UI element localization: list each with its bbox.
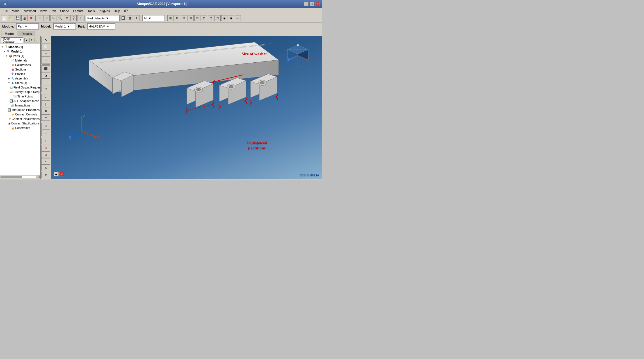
tree-item-calibrations[interactable]: ⚙ Calibrations [1,63,40,67]
tree-info-btn[interactable]: 💡 [35,38,39,42]
model-db-dropdown[interactable]: Model Database ▼ [1,37,23,43]
render-dropdown[interactable]: Part defaults ▼ [86,15,120,21]
render-btn1[interactable]: 🔲 [120,15,126,21]
menu-help[interactable]: Help [112,9,122,13]
render-btn2[interactable]: ▦ [127,15,133,21]
tool8[interactable]: ◻ [214,15,221,21]
tool7[interactable]: ◻ [208,15,214,21]
undo-btn[interactable]: ↩ [44,15,50,21]
tool6[interactable]: ◻ [201,15,207,21]
menu-shape[interactable]: Shape [58,9,71,13]
tool-chamfer[interactable]: ◻ [41,86,50,92]
tree-item-parts[interactable]: ▼ 📦 Parts (1) [1,54,40,58]
tool9[interactable]: ◉ [221,15,227,21]
tool-datum-point[interactable]: + [41,94,50,101]
tree-item-interaction-props[interactable]: 🔲 Interaction Properties [1,108,40,112]
minimize-btn[interactable]: ─ [304,2,309,6]
tab-model[interactable]: Model [1,31,17,36]
viewport[interactable]: Y X Z Y X [51,36,322,179]
tree-item-steps[interactable]: ▼ ◆ Steps (1) [1,81,40,85]
tree-item-contact-controls[interactable]: ⚡ Contact Controls [1,112,40,117]
tree-scroll-right[interactable]: ▶ [37,176,40,178]
tool-extrude[interactable]: ⬛ [41,65,50,72]
tree-item-field-output[interactable]: 📊 Field Output Requests [1,85,40,90]
menu-tools[interactable]: Tools [86,9,97,13]
tool-misc2[interactable]: ⊗ [41,172,50,178]
label-assembly: Assembly [15,77,28,80]
tool-verify-mesh[interactable]: ✓ [41,158,50,165]
tree-item-history-output[interactable]: 📈 History Output Requests [1,90,40,94]
tool-misc1[interactable]: ⊕ [41,165,50,171]
tool10[interactable]: ◉ [228,15,234,21]
print-btn[interactable]: 🖨 [21,15,28,21]
arrow-btn[interactable]: ↑ [77,15,83,21]
save-btn[interactable]: 💾 [15,15,21,21]
redo2-btn[interactable]: ↪ [50,15,56,21]
system-menu-btn[interactable]: 🖥 [2,2,8,6]
tool-partition-face[interactable]: ⬡ [41,123,50,129]
tree-item-profiles[interactable]: ✛ Profiles [1,72,40,76]
tree-item-models[interactable]: ▼ 🗄 Models (1) [1,45,40,49]
new-btn[interactable]: 📄 [1,15,7,21]
tree-item-time-points[interactable]: 📉 Time Points [1,94,40,99]
menu-view[interactable]: View [38,9,48,13]
tree-item-contact-stab[interactable]: ◉ Contact Stabilizations [1,121,40,126]
menu-feature[interactable]: Feature [71,9,85,13]
tree-item-ale[interactable]: 🔲 ALE Adaptive Mesh Const [1,99,40,103]
tree-item-assembly[interactable]: ▶ 🔧 Assembly [1,76,40,81]
part-select[interactable]: HALFBEAM ▼ [87,23,115,29]
vp-x-btn[interactable]: ✕ [59,172,64,176]
tool-fillet[interactable]: ⌒ [41,79,50,85]
tool-select[interactable]: ↖ [41,37,50,43]
menu-file[interactable]: File [1,9,10,13]
all-dropdown[interactable]: All ▼ [142,15,165,21]
tool-datum-plane[interactable]: ▦ [41,108,50,114]
svg-text:X: X [307,58,309,61]
module-select[interactable]: Part ▼ [16,23,39,29]
tool-partition-cell[interactable]: ⬡ [41,129,50,136]
tool-mesh-seed[interactable]: ≡ [41,138,50,144]
zoom-btn[interactable]: 🔍 [57,15,63,21]
tool-rect-select[interactable]: ⬜ [41,44,50,50]
menu-viewport[interactable]: Viewport [22,9,38,13]
menu-plugins[interactable]: Plug-ins [97,9,112,13]
render-btn3[interactable]: ℹ [134,15,140,21]
tool2[interactable]: ⊞ [174,15,180,21]
tool-revolve[interactable]: ◑ [41,72,50,79]
menu-extra[interactable]: ℏ? [122,8,129,13]
tree-item-model1[interactable]: ▼ 🏗 Model-1 [1,49,40,54]
tree-item-interactions[interactable]: 🔗 Interactions [1,103,40,108]
close-btn[interactable]: ✕ [315,2,320,6]
tool-sep4 [42,137,50,137]
tool-datum-csys[interactable]: ✛ [41,114,50,121]
maximize-btn[interactable]: □ [310,2,314,6]
tree-up-btn[interactable]: ▲ [24,38,29,42]
tool-sketch-rect[interactable]: ▭ [41,57,50,63]
tool4[interactable]: ⊞ [188,15,194,21]
vp-back-btn[interactable]: ◀ [54,172,59,176]
menu-part[interactable]: Part [49,9,58,13]
help2-btn[interactable]: ❓ [70,15,77,21]
tree-down-btn[interactable]: ▼ [29,38,34,42]
tool-assign-mesh-ctrl[interactable]: ◻ [41,151,50,158]
menu-model[interactable]: Model [10,9,22,13]
tree-item-contact-init[interactable]: ◎ Contact Initializations [1,117,40,121]
tab-results[interactable]: Results [18,31,36,36]
tool11[interactable]: — [235,15,241,21]
tool3[interactable]: ⊞ [181,15,187,21]
tree-item-sections[interactable]: ▦ Sections [1,67,40,72]
model-select[interactable]: Model-1 ▼ [53,23,76,29]
tool1[interactable]: ⊞ [167,15,173,21]
expand-model1: ▼ [3,50,6,53]
tool-mesh-part[interactable]: ▨ [41,145,50,151]
open-btn[interactable]: 📂 [8,15,14,21]
tree-item-materials[interactable]: 📄 Materials [1,58,40,63]
tool5[interactable]: ◻ [194,15,200,21]
expand-models: ▼ [1,45,4,49]
translate-btn[interactable]: ✛ [37,15,43,21]
fit-btn[interactable]: ⊕ [64,15,70,21]
tool-datum-axis[interactable]: | [41,101,50,107]
tree-item-constraints[interactable]: 🔒 Constraints [1,126,40,130]
redo-btn[interactable]: ✖ [28,15,34,21]
tool-sketch-line[interactable]: ✏ [41,50,50,57]
